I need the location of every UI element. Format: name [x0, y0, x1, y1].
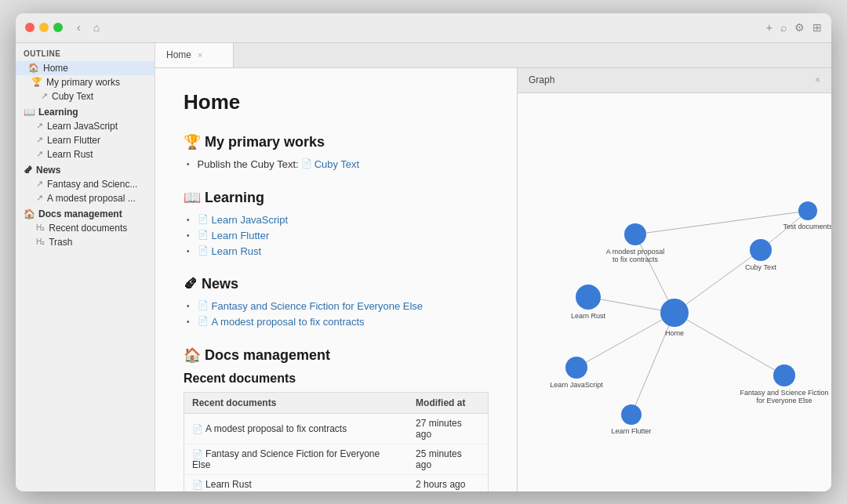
link-icon: ↗ [36, 135, 43, 145]
bullet-dot: • [187, 247, 190, 256]
graph-close-icon[interactable]: × [815, 74, 820, 85]
section-docs-management: 🏠 Docs management Recent documents Recen… [184, 346, 489, 491]
fantasy-link[interactable]: Fantasy and Science Fiction for Everyone… [212, 300, 424, 312]
panels: Home 🏆 My primary works • Publish the Cu… [155, 68, 831, 491]
link-icon: ↗ [41, 91, 48, 101]
cuby-text-link[interactable]: Cuby Text [314, 158, 360, 170]
section-heading-primary-works: 🏆 My primary works [184, 133, 489, 150]
svg-point-4 [621, 404, 642, 425]
sidebar-item-label: Learn JavaScript [47, 121, 118, 132]
graph-node-label: Learn Rust [571, 312, 606, 320]
graph-node-cuby-text[interactable]: Cuby Text [745, 239, 776, 271]
bullet-dot: • [187, 302, 190, 310]
graph-node-label: A modest proposalto fix contracts [606, 248, 665, 263]
graph-node-label: Test documents [783, 223, 831, 230]
sidebar-item-label: Learn Rust [47, 149, 93, 160]
table-row[interactable]: 📄 Learn Rust2 hours ago [184, 474, 489, 491]
graph-node-learn-rust[interactable]: Learn Rust [571, 285, 606, 320]
graph-node-modest-proposal[interactable]: A modest proposalto fix contracts [606, 223, 665, 263]
add-icon[interactable]: + [766, 21, 772, 34]
docs-icon: 🏠 [24, 208, 35, 219]
sidebar-item-label: Learn Flutter [47, 135, 100, 146]
book-icon: 📖 [24, 107, 35, 118]
titlebar-nav: ‹ ⌂ [74, 20, 103, 35]
titlebar: ‹ ⌂ + ⌕ ⚙ ⊞ [16, 13, 831, 43]
learn-rust-link[interactable]: Learn Rust [212, 245, 262, 257]
graph-svg: HomeCuby TextLearn RustLearn JavaScriptL… [518, 93, 831, 491]
table-cell-name: 📄 Learn Rust [184, 474, 409, 491]
h2-trash-icon: H₂ [36, 237, 45, 246]
sidebar-section-news[interactable]: 🗞 News [16, 161, 154, 177]
doc-icon: 📄 [198, 230, 209, 240]
svg-point-6 [798, 201, 817, 220]
bullet-learn-javascript: • 📄 Learn JavaScript [184, 214, 489, 226]
graph-node-home[interactable]: Home [660, 299, 689, 337]
tab-home-close[interactable]: × [198, 50, 202, 60]
sidebar-item-learn-javascript[interactable]: ↗ Learn JavaScript [16, 119, 154, 133]
doc-icon: 📄 [192, 480, 205, 489]
bullet-learn-rust: • 📄 Learn Rust [184, 245, 489, 257]
bullet-dot: • [187, 317, 190, 326]
sidebar-item-trash[interactable]: H₂ Trash [16, 235, 154, 249]
minimize-button[interactable] [39, 23, 49, 32]
sidebar-item-my-primary-works[interactable]: 🏆 My primary works [16, 75, 154, 89]
table-cell-modified: 27 minutes ago [408, 413, 488, 444]
close-button[interactable] [25, 23, 35, 32]
link-icon: ↗ [36, 179, 43, 189]
sidebar-content: 🏠 Home 🏆 My primary works ↗ Cuby Text 📖 … [16, 61, 154, 491]
titlebar-right: + ⌕ ⚙ ⊞ [766, 21, 822, 34]
svg-point-0 [660, 299, 689, 327]
modest-proposal-link[interactable]: A modest proposal to fix contracts [212, 316, 365, 328]
svg-point-5 [624, 223, 646, 245]
graph-edge [576, 313, 674, 368]
graph-edge [635, 211, 808, 234]
sidebar-item-label: News [36, 165, 60, 176]
sidebar-header: OUTLINE [16, 43, 154, 61]
graph-node-test-documents[interactable]: Test documents [783, 201, 831, 230]
table-row[interactable]: 📄 A modest proposal to fix contracts27 m… [184, 413, 489, 444]
doc-icon: 📄 [192, 424, 205, 433]
table-cell-modified: 25 minutes ago [408, 444, 488, 474]
traffic-lights [25, 23, 63, 32]
sidebar-item-label: A modest proposal ... [47, 193, 136, 204]
graph-node-fantasy[interactable]: Fantasy and Science Fictionfor Everyone … [740, 364, 828, 404]
sidebar-item-fantasy[interactable]: ↗ Fantasy and Scienc... [16, 177, 154, 191]
learn-flutter-link[interactable]: Learn Flutter [212, 230, 270, 241]
bullet-dot: • [187, 231, 190, 240]
graph-tab-bar: Graph × [518, 68, 831, 93]
link-icon: ↗ [36, 193, 43, 203]
h2-icon: H₂ [36, 223, 45, 232]
settings-icon[interactable]: ⚙ [794, 21, 805, 34]
sidebar-item-label: Learning [38, 107, 78, 118]
sidebar-item-learn-flutter[interactable]: ↗ Learn Flutter [16, 133, 154, 147]
bullet-cuby-text: • Publish the Cuby Text: 📄 Cuby Text [184, 158, 489, 170]
table-row[interactable]: 📄 Fantasy and Science Fiction for Everyo… [184, 444, 489, 474]
back-button[interactable]: ‹ [74, 20, 84, 35]
sidebar-item-modest-proposal[interactable]: ↗ A modest proposal ... [16, 191, 154, 205]
learn-javascript-link[interactable]: Learn JavaScript [212, 214, 289, 226]
graph-edge [631, 313, 674, 415]
sidebar-section-docs-management[interactable]: 🏠 Docs management [16, 205, 154, 221]
maximize-button[interactable] [53, 23, 63, 32]
bullet-text: Publish the Cuby Text: [198, 158, 299, 170]
section-heading-docs-management: 🏠 Docs management [184, 346, 489, 364]
graph-node-learn-javascript[interactable]: Learn JavaScript [550, 357, 603, 389]
sidebar-item-recent-documents[interactable]: H₂ Recent documents [16, 221, 154, 235]
grid-icon[interactable]: ⊞ [812, 21, 822, 34]
home-icon: 🏠 [28, 63, 39, 73]
page-title: Home [184, 90, 489, 114]
svg-point-2 [576, 285, 601, 310]
table-header-modified: Modified at [408, 392, 488, 413]
sidebar-item-label: My primary works [46, 77, 120, 88]
sidebar-item-learn-rust[interactable]: ↗ Learn Rust [16, 147, 154, 161]
search-icon[interactable]: ⌕ [780, 21, 787, 34]
sidebar-item-label: Fantasy and Scienc... [47, 179, 137, 190]
section-primary-works: 🏆 My primary works • Publish the Cuby Te… [184, 133, 489, 170]
tab-home[interactable]: Home × [155, 43, 234, 67]
sidebar-item-home[interactable]: 🏠 Home [16, 61, 154, 75]
graph-edge [674, 250, 761, 313]
home-nav-button[interactable]: ⌂ [90, 20, 103, 35]
sidebar-item-cuby-text[interactable]: ↗ Cuby Text [16, 89, 154, 103]
sidebar-section-learning[interactable]: 📖 Learning [16, 103, 154, 119]
graph-node-learn-flutter[interactable]: Learn Flutter [611, 404, 651, 435]
